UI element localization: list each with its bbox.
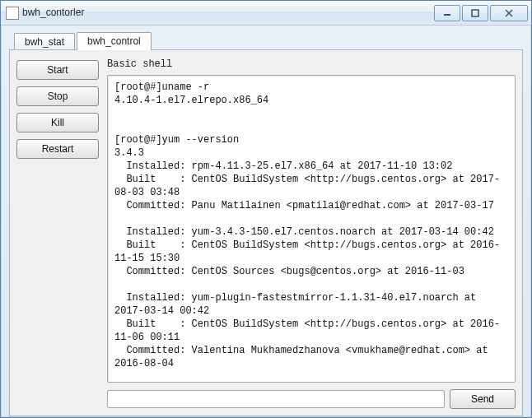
command-bar: Send	[107, 389, 516, 409]
tab-bwh-control[interactable]: bwh_control	[77, 32, 152, 50]
maximize-button[interactable]	[462, 5, 488, 21]
titlebar[interactable]: bwh_contorler	[1, 1, 531, 26]
start-button[interactable]: Start	[16, 60, 99, 80]
stop-button[interactable]: Stop	[16, 86, 99, 106]
svg-rect-1	[472, 10, 478, 16]
tab-content: Start Stop Kill Restart Basic shell [roo…	[9, 49, 523, 416]
tab-bwh-stat[interactable]: bwh_stat	[14, 33, 75, 49]
app-window: bwh_contorler bwh_stat bwh_control Start…	[0, 0, 532, 418]
command-input[interactable]	[107, 390, 445, 408]
window-title: bwh_contorler	[22, 7, 432, 20]
shell-heading: Basic shell	[107, 58, 516, 70]
kill-button[interactable]: Kill	[16, 113, 99, 132]
tab-bar: bwh_stat bwh_control	[1, 26, 531, 49]
restart-button[interactable]: Restart	[16, 139, 99, 159]
minimize-icon	[443, 9, 451, 17]
main-panel: Basic shell [root@#]uname -r 4.10.4-1.el…	[107, 57, 516, 409]
terminal-output: [root@#]uname -r 4.10.4-1.el7.elrepo.x86…	[107, 75, 516, 383]
maximize-icon	[471, 9, 479, 17]
sidebar: Start Stop Kill Restart	[16, 57, 99, 409]
close-icon	[505, 9, 513, 17]
close-button[interactable]	[490, 5, 528, 21]
send-button[interactable]: Send	[450, 389, 516, 409]
app-icon	[6, 7, 19, 20]
minimize-button[interactable]	[434, 5, 460, 21]
